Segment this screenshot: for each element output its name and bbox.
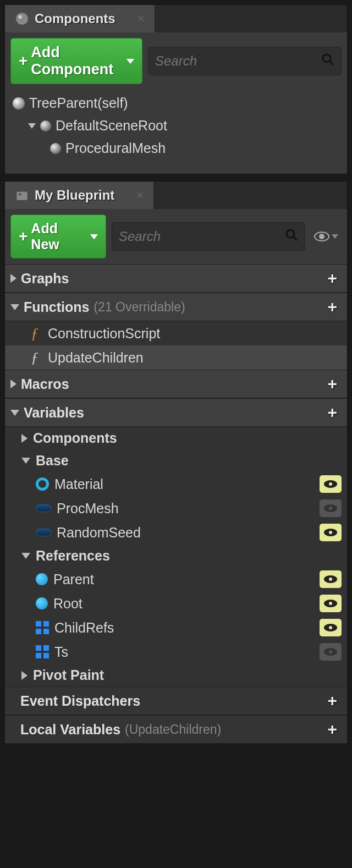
graphs-title: Graphs (21, 271, 69, 287)
var-parent[interactable]: Parent (5, 567, 347, 591)
function-icon: ƒ (27, 325, 42, 342)
vargroup-base[interactable]: Base (5, 449, 347, 472)
chevron-down-icon (90, 234, 98, 239)
function-constructionscript[interactable]: ƒ ConstructionScript (5, 321, 347, 345)
svg-point-0 (16, 13, 28, 25)
add-function-button[interactable]: + (323, 298, 342, 316)
vargroup-components[interactable]: Components (5, 427, 347, 449)
category-functions[interactable]: Functions (21 Overridable) + (5, 293, 347, 321)
components-tab-title: Components (35, 11, 116, 26)
tree-label-mesh: ProceduralMesh (65, 140, 166, 156)
collapse-icon[interactable] (21, 458, 30, 464)
locals-sub: (UpdateChildren) (125, 722, 221, 737)
add-new-button[interactable]: + Add New (10, 215, 106, 259)
add-dispatcher-button[interactable]: + (323, 691, 342, 710)
function-label: ConstructionScript (48, 326, 160, 342)
variable-actor-icon (36, 597, 48, 609)
expand-icon[interactable] (28, 123, 36, 129)
svg-point-1 (19, 15, 23, 19)
view-options-button[interactable] (311, 231, 342, 242)
tree-item-mesh[interactable]: ProceduralMesh (10, 137, 342, 160)
add-component-button[interactable]: + Add Component (10, 38, 142, 84)
variable-object-icon (36, 529, 51, 536)
add-macro-button[interactable]: + (323, 375, 342, 393)
eye-icon (324, 648, 337, 656)
expand-icon[interactable] (10, 380, 16, 388)
blueprint-categories: Graphs + Functions (21 Overridable) + ƒ … (5, 264, 347, 744)
vargroup-label: Components (33, 430, 117, 446)
visibility-toggle[interactable] (320, 499, 342, 517)
plus-icon: + (19, 52, 28, 70)
blueprint-body: + Add New (5, 209, 347, 259)
components-tab-row: Components × (5, 5, 347, 32)
var-root[interactable]: Root (5, 591, 347, 616)
var-childrefs[interactable]: ChildRefs (5, 616, 347, 640)
blueprint-search-input[interactable] (119, 229, 285, 244)
tree-label-self: TreeParent(self) (29, 95, 128, 111)
blueprint-tab-row: My Blueprint × (5, 182, 347, 209)
close-icon[interactable]: × (138, 12, 145, 26)
var-procmesh[interactable]: ProcMesh (5, 496, 347, 520)
blueprint-tab[interactable]: My Blueprint × (5, 182, 154, 209)
eye-icon (324, 600, 337, 607)
category-macros[interactable]: Macros + (5, 370, 347, 398)
var-material[interactable]: Material (5, 472, 347, 496)
vargroup-label: Base (36, 453, 69, 469)
vargroup-label: Pivot Paint (33, 667, 104, 683)
add-variable-button[interactable]: + (323, 403, 342, 422)
actor-icon (13, 97, 25, 109)
vargroup-label: References (36, 548, 110, 564)
components-body: + Add Component TreeParent(self) Default… (5, 32, 347, 174)
plus-icon: + (19, 228, 28, 245)
expand-icon[interactable] (21, 434, 28, 443)
add-graph-button[interactable]: + (323, 269, 342, 288)
svg-point-9 (319, 234, 324, 239)
dispatchers-title: Event Dispatchers (10, 693, 140, 709)
components-tree: TreeParent(self) DefaultSceneRoot Proced… (10, 90, 342, 168)
visibility-toggle[interactable] (320, 595, 342, 612)
eye-icon (324, 504, 337, 512)
eye-icon (324, 529, 337, 536)
var-ts[interactable]: Ts (5, 640, 347, 664)
visibility-toggle[interactable] (320, 643, 342, 661)
add-local-button[interactable]: + (323, 720, 342, 739)
visibility-toggle[interactable] (320, 475, 342, 493)
visibility-toggle[interactable] (320, 524, 342, 541)
blueprint-toolbar: + Add New (10, 215, 342, 259)
close-icon[interactable]: × (136, 188, 144, 202)
collapse-icon[interactable] (10, 410, 19, 416)
expand-icon[interactable] (10, 274, 16, 283)
visibility-toggle[interactable] (320, 570, 342, 588)
components-search[interactable] (148, 47, 342, 75)
var-randomseed[interactable]: RandomSeed (5, 520, 347, 545)
svg-rect-5 (19, 194, 21, 195)
function-icon: ƒ (27, 349, 42, 366)
components-search-input[interactable] (155, 53, 321, 69)
category-graphs[interactable]: Graphs + (5, 264, 347, 293)
components-panel: Components × + Add Component TreeParent(… (4, 4, 348, 174)
collapse-icon[interactable] (21, 553, 30, 559)
eye-icon (324, 624, 337, 631)
collapse-icon[interactable] (10, 304, 19, 310)
tree-item-self[interactable]: TreeParent(self) (10, 92, 342, 114)
chevron-down-icon (127, 59, 134, 64)
category-locals[interactable]: Local Variables (UpdateChildren) + (5, 715, 347, 744)
variable-actor-icon (36, 573, 48, 585)
blueprint-search[interactable] (112, 222, 305, 251)
components-tab[interactable]: Components × (5, 5, 155, 32)
vargroup-pivot[interactable]: Pivot Paint (5, 664, 347, 686)
category-variables[interactable]: Variables + (5, 398, 347, 427)
var-label: Root (53, 596, 82, 612)
locals-title: Local Variables (10, 722, 120, 738)
tree-item-sceneroot[interactable]: DefaultSceneRoot (10, 114, 342, 137)
vargroup-references[interactable]: References (5, 545, 347, 567)
expand-icon[interactable] (21, 671, 28, 680)
macros-title: Macros (21, 376, 69, 392)
add-new-label: Add New (31, 221, 85, 252)
search-icon (321, 53, 334, 70)
category-dispatchers[interactable]: Event Dispatchers + (5, 686, 347, 715)
function-updatechildren[interactable]: ƒ UpdateChildren (5, 345, 347, 370)
scene-icon (40, 120, 51, 131)
blueprint-panel: My Blueprint × + Add New (4, 181, 348, 744)
visibility-toggle[interactable] (320, 619, 342, 636)
